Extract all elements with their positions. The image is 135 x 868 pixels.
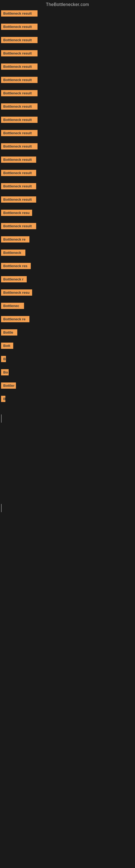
list-item: B [0,396,135,408]
list-item: Bottleneck res [0,263,135,275]
list-item: Bottleneck result [0,223,135,235]
list-item: Bottlenec [0,303,135,315]
bottleneck-result-bar: Bottleneck resu [1,289,32,296]
bottleneck-result-bar: Bottleneck resu [1,210,32,216]
list-item: Bottleneck result [0,183,135,195]
bottleneck-result-bar: Bottleneck result [1,24,38,30]
list-item: Bottleneck result [0,90,135,102]
bottleneck-result-bar: Bottleneck result [1,196,36,203]
list-item: Bottle [0,329,135,341]
list-item: Bottleneck resu [0,210,135,222]
list-item: Bottleneck resu [0,289,135,302]
list-item: Bottleneck r [0,276,135,288]
bottleneck-result-bar: Bottleneck result [1,117,38,123]
bottleneck-result-bar: Bottleneck result [1,130,38,136]
bottleneck-result-bar: Bottle [1,329,17,336]
list-item: Bottleneck result [0,24,135,36]
list-item: Bottleneck result [0,117,135,129]
bottleneck-result-bar: Bottleneck [1,250,26,256]
bars-container: Bottleneck resultBottleneck resultBottle… [0,10,135,408]
list-item: Bottleneck result [0,103,135,116]
list-item: Bottleneck result [0,143,135,155]
list-item: B [0,356,135,368]
bottleneck-result-bar: Bottleneck result [1,156,36,163]
list-item: Bottleneck result [0,37,135,49]
bottleneck-result-bar: Bottleneck result [1,37,38,43]
bottleneck-result-bar: Bottleneck result [1,90,38,96]
bottleneck-result-bar: Bottleneck r [1,276,27,282]
bottleneck-result-bar: Bottleneck re [1,236,30,243]
list-item: Bottler [0,382,135,395]
bottleneck-result-bar: Bottleneck result [1,223,36,229]
bottleneck-result-bar: Bott [1,343,13,349]
list-item: Bottleneck result [0,63,135,76]
bottleneck-result-bar: Bottleneck result [1,10,38,17]
bottleneck-result-bar: Bottleneck result [1,103,38,110]
bottleneck-result-bar: Bottleneck result [1,183,36,189]
bottleneck-result-bar: Bottleneck result [1,50,38,56]
bottleneck-result-bar: Bottler [1,382,16,389]
list-item: Bottleneck re [0,316,135,328]
list-item: Bottleneck result [0,130,135,142]
list-item: Bottleneck result [0,156,135,169]
list-item: Bottleneck result [0,170,135,182]
bottleneck-result-bar: Bottleneck res [1,263,31,269]
bottleneck-result-bar: Bo [1,369,9,375]
list-item: Bottleneck re [0,236,135,248]
bottleneck-result-bar: Bottleneck result [1,77,38,83]
list-item: Bottleneck result [0,77,135,89]
bottleneck-result-bar: Bottlenec [1,303,24,309]
bottleneck-result-bar: B [1,356,6,362]
bottleneck-result-bar: B [1,396,5,402]
list-item: Bottleneck result [0,10,135,23]
bottleneck-result-bar: Bottleneck result [1,63,38,70]
cursor-indicator-2 [1,504,2,512]
list-item: Bott [0,343,135,355]
list-item: Bottleneck result [0,50,135,62]
list-item: Bottleneck result [0,196,135,209]
bottleneck-result-bar: Bottleneck re [1,316,30,322]
bottleneck-result-bar: Bottleneck result [1,143,38,150]
list-item: Bo [0,369,135,381]
site-title: TheBottlenecker.com [0,0,135,10]
list-item: Bottleneck [0,250,135,262]
cursor-indicator [1,414,2,423]
bottleneck-result-bar: Bottleneck result [1,170,36,176]
